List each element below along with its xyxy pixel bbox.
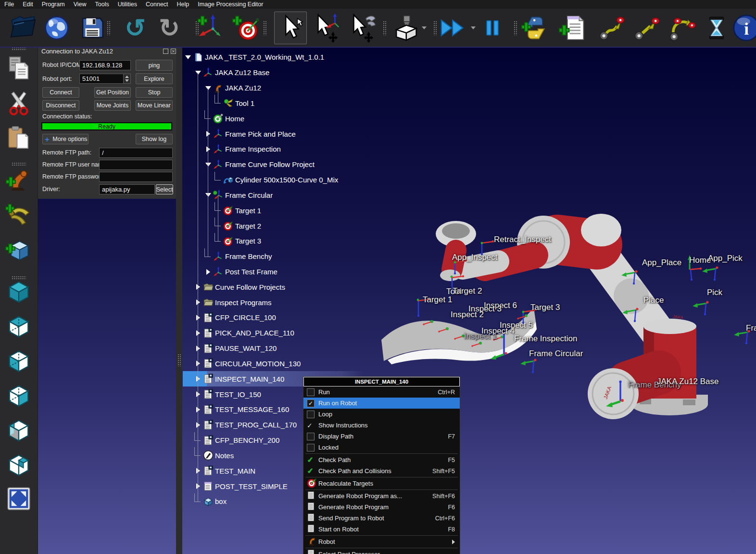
- add-object-button[interactable]: [5, 236, 32, 265]
- tree-item-target-1[interactable]: Target 1: [183, 203, 519, 218]
- open-online-library-button[interactable]: [42, 13, 71, 42]
- tree-item-target-3[interactable]: Target 3: [183, 233, 519, 249]
- context-item-locked[interactable]: Locked: [303, 442, 460, 453]
- context-item-show-instructions[interactable]: ✓ Show Instructions: [303, 420, 460, 431]
- add-reference-frame-button[interactable]: [196, 13, 225, 42]
- menu-edit[interactable]: Edit: [18, 0, 38, 9]
- ftp-user-input[interactable]: [99, 160, 173, 170]
- pause-button[interactable]: [481, 16, 504, 39]
- fit-all-button[interactable]: [6, 486, 32, 514]
- tree-item-target-2[interactable]: Target 2: [183, 218, 519, 233]
- driver-select-button[interactable]: Select: [156, 184, 173, 194]
- add-tool-button[interactable]: [5, 202, 32, 231]
- context-item-recalculate-targets[interactable]: Recalculate Targets: [303, 478, 460, 489]
- context-item-run[interactable]: Run Ctrl+R: [303, 387, 460, 398]
- tree-item-curve-follow-projects[interactable]: Curve Follow Projects: [183, 279, 519, 295]
- redo-button[interactable]: ↻: [159, 15, 180, 40]
- menu-utilities[interactable]: Utilities: [113, 0, 141, 9]
- pause-instruction-button[interactable]: [704, 14, 729, 41]
- menu-program[interactable]: Program: [38, 0, 69, 9]
- move-joints-button[interactable]: Move Joints: [94, 100, 131, 111]
- close-panel-icon[interactable]: ✕: [171, 49, 176, 54]
- context-item-display-path[interactable]: Display Path F7: [303, 431, 460, 442]
- save-button[interactable]: [78, 14, 106, 42]
- add-python-program-button[interactable]: [521, 13, 550, 42]
- context-item-start-on-robot[interactable]: Start on Robot F8: [303, 524, 460, 535]
- more-options-button[interactable]: ＋ More options: [42, 134, 88, 144]
- connect-button[interactable]: Connect: [42, 87, 79, 98]
- driver-input[interactable]: [99, 184, 155, 194]
- context-item-robot[interactable]: Robot: [303, 536, 460, 547]
- tree-item-frame-curve-follow-project[interactable]: Frame Curve Follow Project: [183, 157, 519, 172]
- copy-button[interactable]: [5, 54, 32, 83]
- ping-button[interactable]: ping: [136, 60, 173, 71]
- context-item-run-on-robot[interactable]: ✓ Run on Robot: [303, 398, 460, 409]
- tree-item-home[interactable]: Home: [183, 111, 519, 126]
- tree-item-frame-inspection[interactable]: Frame Inspection: [183, 142, 519, 157]
- select-cursor-button[interactable]: [274, 12, 307, 44]
- menu-connect[interactable]: Connect: [141, 0, 173, 9]
- stop-button[interactable]: Stop: [136, 87, 173, 98]
- tree-expander-closed[interactable]: [204, 269, 212, 275]
- tree-item-circular-motion-130[interactable]: CIRCULAR_MOTION_130: [183, 356, 519, 372]
- explore-button[interactable]: Explore: [136, 73, 173, 84]
- tree-item-jaka-test-2-0-working-wt-1-0-1[interactable]: JAKA _TEST_2.0_Working_Wt_1.0.1: [183, 50, 519, 65]
- add-target-button[interactable]: [232, 13, 261, 42]
- tree-item-frame-pick-and-place[interactable]: Frame Pick and Place: [183, 126, 519, 142]
- tree-item-tool-1[interactable]: Tool 1: [183, 95, 519, 111]
- get-position-button[interactable]: Get Position: [94, 87, 131, 98]
- tree-item-inspect-programs[interactable]: Inspect Programs: [183, 295, 519, 310]
- menu-help[interactable]: Help: [173, 0, 194, 9]
- panel-splitter[interactable]: [176, 47, 182, 554]
- run-fast-button[interactable]: [439, 16, 466, 40]
- context-item-send-program-to-robot[interactable]: Send Program to Robot Ctrl+F6: [303, 513, 460, 524]
- move-joint-instruction-button[interactable]: [598, 14, 626, 42]
- float-panel-icon[interactable]: [163, 49, 168, 54]
- context-item-check-path[interactable]: ✓ Check Path F5: [303, 454, 460, 465]
- port-stepper[interactable]: [123, 74, 131, 84]
- ip-input[interactable]: [79, 60, 131, 70]
- show-message-instruction-button[interactable]: i: [731, 13, 756, 43]
- view-front-button[interactable]: [5, 347, 32, 376]
- disconnect-button[interactable]: Disconnect: [42, 100, 79, 111]
- open-file-button[interactable]: [9, 13, 38, 42]
- tree-item-post-test-frame[interactable]: Post Test Frame: [183, 264, 519, 280]
- run-dropdown[interactable]: [471, 26, 476, 29]
- context-item-loop[interactable]: Loop: [303, 409, 460, 420]
- tree-item-cfp-circle-100[interactable]: CFP_CIRCLE_100: [183, 310, 519, 325]
- context-item-select-post-processor[interactable]: Select Post Processor: [303, 549, 460, 554]
- move-linear-instruction-button[interactable]: [633, 14, 661, 42]
- port-input[interactable]: [79, 74, 124, 84]
- tree-item-pick-and-place-110[interactable]: PICK_AND_PLACE_110: [183, 325, 519, 341]
- menu-view[interactable]: View: [69, 0, 91, 9]
- view-top-button[interactable]: [5, 312, 32, 341]
- menu-file[interactable]: File: [0, 0, 18, 9]
- context-item-check-path-and-collisions[interactable]: ✓ Check Path and Collisions Shift+F5: [303, 465, 460, 477]
- view-back-button[interactable]: [5, 416, 32, 445]
- add-program-button[interactable]: [558, 13, 587, 42]
- view-isometric-button[interactable]: [5, 278, 32, 307]
- ftp-password-input[interactable]: [99, 172, 173, 182]
- tree-item-jaka-zu12-base[interactable]: JAKA Zu12 Base: [183, 65, 519, 80]
- tree-item-cylinder-500x1500-curve-0-mix[interactable]: Cylinder 500x1500-Curve 0_Mix: [183, 172, 519, 188]
- add-robot-button[interactable]: [5, 167, 32, 196]
- context-item-generate-robot-program[interactable]: Generate Robot Program F6: [303, 502, 460, 513]
- tree-item-frame-circular[interactable]: Frame Circular: [183, 187, 519, 203]
- tree-item-pause-wait-120[interactable]: PAUSE_WAIT_120: [183, 341, 519, 356]
- move-tool-button[interactable]: [347, 13, 377, 43]
- menu-image-processing-editor[interactable]: Image Processing Editor: [193, 0, 267, 9]
- move-circular-instruction-button[interactable]: [668, 14, 696, 42]
- view-right-button[interactable]: [5, 382, 32, 411]
- show-log-button[interactable]: Show log: [136, 134, 173, 144]
- move-reference-button[interactable]: [312, 13, 341, 43]
- tree-expander-open[interactable]: [184, 55, 191, 59]
- ftp-path-input[interactable]: [99, 148, 173, 158]
- paste-button[interactable]: [5, 125, 32, 154]
- move-linear-button[interactable]: Move Linear: [136, 100, 173, 111]
- undo-button[interactable]: ↺: [125, 15, 146, 40]
- tree-item-jaka-zu12[interactable]: JAKA Zu12: [183, 80, 519, 96]
- menu-tools[interactable]: Tools: [91, 0, 113, 9]
- cut-button[interactable]: [5, 90, 32, 118]
- machining-project-button[interactable]: [391, 13, 420, 42]
- view-inner-button[interactable]: [5, 451, 32, 480]
